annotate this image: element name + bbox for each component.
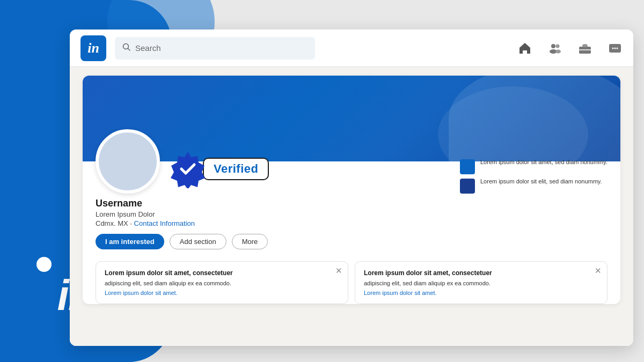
- interested-button[interactable]: I am interested: [96, 234, 164, 249]
- messages-nav-icon[interactable]: [608, 41, 623, 56]
- profile-text: Username Lorem Ipsum Dolor Cdmx. MX · Co…: [96, 198, 608, 227]
- card-close-1[interactable]: ✕: [335, 266, 342, 276]
- home-nav-icon[interactable]: [517, 41, 532, 56]
- more-button[interactable]: More: [232, 234, 268, 249]
- content-card-2: ✕ Lorem ipsum dolor sit amet, consectetu…: [355, 261, 608, 304]
- verified-badge-group: Verified: [169, 150, 269, 188]
- card-title-1: Lorem ipsum dolor sit amet, consectetuer: [105, 269, 339, 277]
- profile-headline: Lorem Ipsum Dolor: [96, 210, 608, 218]
- svg-line-1: [128, 48, 130, 50]
- avatar-container: [96, 129, 160, 194]
- svg-point-11: [614, 47, 616, 49]
- avatar-inner: [99, 132, 157, 190]
- svg-point-2: [551, 44, 555, 48]
- verified-badge-icon: [169, 150, 207, 188]
- search-placeholder: Search: [135, 43, 161, 53]
- card-link-1[interactable]: Lorem ipsum dolor sit amet.: [105, 290, 339, 296]
- search-icon: [122, 43, 131, 54]
- search-bar[interactable]: Search: [115, 37, 315, 60]
- contact-info-link[interactable]: Contact Information: [134, 219, 195, 227]
- card-body-1: adipiscing elit, sed diam aliquip ex ea …: [105, 279, 339, 288]
- avatar-row: Verified Lorem ipsum dolor sit amet, sed…: [83, 129, 620, 194]
- add-section-button[interactable]: Add section: [170, 234, 226, 249]
- verified-label-box: Verified: [203, 158, 269, 180]
- svg-point-3: [556, 44, 560, 48]
- nav-icons: [517, 41, 623, 56]
- svg-rect-7: [583, 45, 587, 47]
- location-text: Cdmx. MX: [96, 219, 128, 227]
- profile-name: Username: [96, 198, 608, 209]
- stat-item-2: Lorem ipsum dolor sit elit, sed diam non…: [460, 178, 608, 194]
- profile-stats: Lorem ipsum dolor sit amet, sed diam non…: [460, 158, 608, 194]
- profile-area: Verified Lorem ipsum dolor sit amet, sed…: [70, 67, 633, 346]
- navbar-logo: in: [80, 35, 106, 61]
- content-cards: ✕ Lorem ipsum dolor sit amet, consectetu…: [83, 261, 620, 304]
- svg-point-12: [617, 47, 618, 49]
- navbar-in-icon: in: [87, 40, 99, 56]
- card-close-2[interactable]: ✕: [595, 266, 602, 276]
- location-separator: ·: [130, 219, 134, 227]
- profile-info: Username Lorem Ipsum Dolor Cdmx. MX · Co…: [83, 194, 620, 227]
- navbar: in Search: [70, 29, 633, 67]
- card-link-2[interactable]: Lorem ipsum dolor sit amet.: [364, 290, 598, 296]
- avatar: [96, 129, 160, 194]
- stat-color-box-1: [460, 159, 475, 174]
- profile-location: Cdmx. MX · Contact Information: [96, 219, 608, 227]
- card-body-2: adipiscing elit, sed diam aliquip ex ea …: [364, 279, 598, 288]
- briefcase-nav-icon[interactable]: [577, 41, 592, 56]
- content-card-1: ✕ Lorem ipsum dolor sit amet, consectetu…: [96, 261, 348, 304]
- verified-label: Verified: [214, 162, 258, 176]
- stat-color-box-2: [460, 179, 475, 194]
- profile-card: Verified Lorem ipsum dolor sit amet, sed…: [83, 76, 620, 304]
- action-buttons: I am interested Add section More: [83, 227, 620, 257]
- logo-dot: [36, 257, 52, 272]
- stat-text-1: Lorem ipsum dolor sit amet, sed diam non…: [480, 158, 608, 166]
- people-nav-icon[interactable]: [547, 41, 562, 56]
- browser-window: in Search: [70, 29, 633, 346]
- stat-text-2: Lorem ipsum dolor sit elit, sed diam non…: [480, 178, 602, 186]
- card-title-2: Lorem ipsum dolor sit amet, consectetuer: [364, 269, 598, 277]
- svg-point-5: [555, 49, 561, 53]
- svg-point-10: [612, 47, 614, 49]
- stat-item-1: Lorem ipsum dolor sit amet, sed diam non…: [460, 158, 608, 174]
